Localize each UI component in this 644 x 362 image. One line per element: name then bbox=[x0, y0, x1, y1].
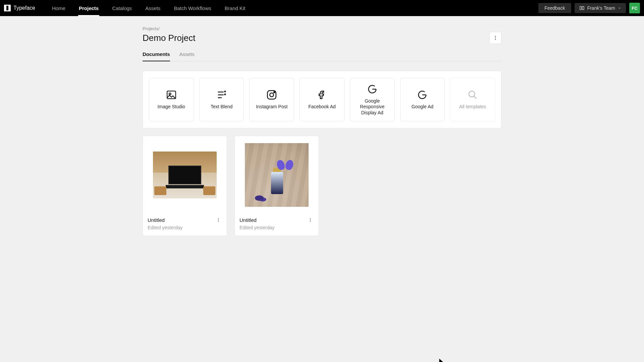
svg-point-12 bbox=[274, 92, 275, 93]
template-facebook-ad[interactable]: Facebook Ad bbox=[300, 78, 344, 121]
project-tabs: Documents Assets bbox=[143, 49, 501, 61]
nav-home-label: Home bbox=[52, 5, 65, 11]
document-meta: Untitled Edited yesterday bbox=[235, 214, 319, 236]
template-all-templates[interactable]: All templates bbox=[450, 78, 495, 121]
tab-documents[interactable]: Documents bbox=[143, 49, 170, 61]
feedback-label: Feedback bbox=[544, 5, 565, 11]
templates-panel: Image Studio Text Blend Instagram Post F… bbox=[143, 71, 501, 128]
team-label: Frank's Team bbox=[587, 5, 615, 11]
document-title: Untitled bbox=[148, 217, 182, 223]
text-blend-icon bbox=[216, 89, 227, 101]
nav-brand-kit-label: Brand Kit bbox=[225, 5, 246, 11]
documents-grid: Untitled Edited yesterday bbox=[143, 136, 501, 236]
svg-point-19 bbox=[310, 220, 311, 221]
nav-catalogs-label: Catalogs bbox=[112, 5, 132, 11]
document-more-button[interactable] bbox=[215, 217, 222, 223]
cursor-icon bbox=[439, 358, 445, 362]
svg-point-3 bbox=[495, 38, 496, 39]
template-instagram-post[interactable]: Instagram Post bbox=[249, 78, 294, 121]
document-card[interactable]: Untitled Edited yesterday bbox=[234, 136, 319, 236]
svg-point-15 bbox=[218, 219, 219, 219]
google-icon bbox=[417, 89, 428, 101]
svg-point-6 bbox=[169, 93, 171, 95]
template-image-studio[interactable]: Image Studio bbox=[149, 78, 194, 121]
svg-point-20 bbox=[310, 221, 311, 222]
top-nav: Typeface Home Projects Catalogs Assets B… bbox=[0, 0, 644, 16]
template-label: Google Ad bbox=[412, 104, 433, 110]
facebook-icon bbox=[316, 89, 328, 101]
svg-line-14 bbox=[474, 96, 477, 99]
nav-links: Home Projects Catalogs Assets Batch Work… bbox=[45, 0, 252, 16]
template-label: All templates bbox=[459, 104, 486, 110]
nav-brand-kit[interactable]: Brand Kit bbox=[218, 0, 252, 16]
tab-assets-label: Assets bbox=[179, 51, 195, 57]
tab-documents-label: Documents bbox=[143, 51, 170, 57]
template-text-blend[interactable]: Text Blend bbox=[199, 78, 244, 121]
nav-projects[interactable]: Projects bbox=[72, 0, 105, 16]
logo-mark-icon bbox=[4, 5, 11, 11]
user-avatar[interactable]: FC bbox=[629, 3, 640, 13]
template-label: Facebook Ad bbox=[308, 104, 336, 110]
template-label: Google Responsive Display Ad bbox=[352, 98, 392, 116]
page-title-row: Demo Project bbox=[143, 32, 501, 44]
google-icon bbox=[367, 83, 378, 95]
content-wrap: Projects/ Demo Project Documents Assets … bbox=[0, 16, 644, 236]
document-more-button[interactable] bbox=[307, 217, 314, 223]
brand-name: Typeface bbox=[13, 5, 35, 11]
instagram-icon bbox=[266, 89, 277, 101]
team-switcher-button[interactable]: Frank's Team bbox=[575, 3, 626, 13]
team-icon bbox=[579, 5, 585, 11]
nav-left: Typeface Home Projects Catalogs Assets B… bbox=[4, 0, 252, 16]
document-meta: Untitled Edited yesterday bbox=[143, 214, 227, 236]
search-icon bbox=[467, 89, 478, 101]
chevron-down-icon bbox=[618, 6, 621, 10]
svg-point-17 bbox=[218, 221, 219, 222]
nav-assets[interactable]: Assets bbox=[139, 0, 167, 16]
template-google-responsive-display-ad[interactable]: Google Responsive Display Ad bbox=[350, 78, 395, 121]
svg-point-16 bbox=[218, 220, 219, 221]
svg-point-18 bbox=[310, 219, 311, 219]
image-studio-icon bbox=[166, 89, 177, 101]
more-vertical-icon bbox=[216, 218, 221, 223]
nav-batch-workflows-label: Batch Workflows bbox=[174, 5, 211, 11]
nav-right: Feedback Frank's Team FC bbox=[538, 3, 640, 13]
feedback-button[interactable]: Feedback bbox=[538, 3, 571, 13]
svg-point-11 bbox=[270, 93, 274, 97]
svg-rect-0 bbox=[580, 6, 582, 9]
document-subtitle: Edited yesterday bbox=[148, 225, 182, 230]
document-thumbnail bbox=[143, 136, 227, 214]
document-thumbnail bbox=[235, 136, 319, 214]
template-google-ad[interactable]: Google Ad bbox=[400, 78, 445, 121]
svg-point-4 bbox=[495, 39, 496, 40]
content: Projects/ Demo Project Documents Assets … bbox=[143, 26, 501, 236]
breadcrumb[interactable]: Projects/ bbox=[143, 26, 501, 31]
svg-rect-1 bbox=[582, 6, 584, 9]
svg-point-13 bbox=[469, 91, 475, 97]
template-label: Text Blend bbox=[211, 104, 232, 110]
brand-logo[interactable]: Typeface bbox=[4, 5, 35, 11]
tab-assets[interactable]: Assets bbox=[179, 49, 195, 61]
document-title: Untitled bbox=[239, 217, 274, 223]
svg-point-2 bbox=[495, 36, 496, 37]
page-title: Demo Project bbox=[143, 33, 196, 43]
avatar-initials: FC bbox=[632, 6, 637, 11]
more-vertical-icon bbox=[493, 35, 498, 41]
more-vertical-icon bbox=[308, 218, 313, 223]
document-subtitle: Edited yesterday bbox=[239, 225, 274, 230]
project-more-button[interactable] bbox=[489, 32, 501, 44]
template-label: Image Studio bbox=[158, 104, 185, 110]
nav-projects-label: Projects bbox=[79, 5, 99, 11]
nav-catalogs[interactable]: Catalogs bbox=[105, 0, 139, 16]
document-card[interactable]: Untitled Edited yesterday bbox=[143, 136, 227, 236]
template-label: Instagram Post bbox=[256, 104, 287, 110]
nav-batch-workflows[interactable]: Batch Workflows bbox=[167, 0, 218, 16]
nav-home[interactable]: Home bbox=[45, 0, 72, 16]
nav-assets-label: Assets bbox=[145, 5, 160, 11]
